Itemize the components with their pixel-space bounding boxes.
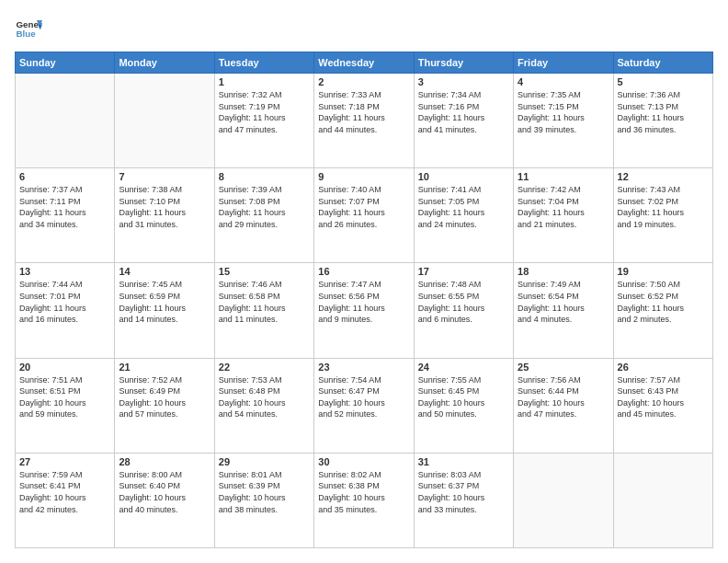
day-number: 15 <box>219 266 310 277</box>
day-number: 5 <box>618 76 709 87</box>
week-row-5: 27Sunrise: 7:59 AM Sunset: 6:41 PM Dayli… <box>16 453 713 547</box>
day-number: 13 <box>19 266 110 277</box>
day-number: 9 <box>318 171 409 182</box>
weekday-header-tuesday: Tuesday <box>214 52 313 74</box>
calendar-cell: 7Sunrise: 7:38 AM Sunset: 7:10 PM Daylig… <box>115 168 214 263</box>
calendar-cell: 27Sunrise: 7:59 AM Sunset: 6:41 PM Dayli… <box>16 453 115 547</box>
calendar-cell: 9Sunrise: 7:40 AM Sunset: 7:07 PM Daylig… <box>314 168 414 263</box>
day-info: Sunrise: 7:48 AM Sunset: 6:55 PM Dayligh… <box>418 279 509 325</box>
calendar-cell: 10Sunrise: 7:41 AM Sunset: 7:05 PM Dayli… <box>414 168 513 263</box>
day-number: 20 <box>19 362 110 373</box>
day-info: Sunrise: 7:52 AM Sunset: 6:49 PM Dayligh… <box>119 374 210 420</box>
calendar-cell: 31Sunrise: 8:03 AM Sunset: 6:37 PM Dayli… <box>414 453 513 547</box>
day-number: 3 <box>418 76 509 87</box>
day-number: 16 <box>318 266 409 277</box>
weekday-header-row: SundayMondayTuesdayWednesdayThursdayFrid… <box>16 52 713 74</box>
day-info: Sunrise: 7:57 AM Sunset: 6:43 PM Dayligh… <box>618 374 709 420</box>
calendar-cell <box>16 74 115 168</box>
calendar-cell: 24Sunrise: 7:55 AM Sunset: 6:45 PM Dayli… <box>414 358 513 453</box>
day-info: Sunrise: 8:00 AM Sunset: 6:40 PM Dayligh… <box>119 469 210 515</box>
day-info: Sunrise: 7:34 AM Sunset: 7:16 PM Dayligh… <box>418 89 509 135</box>
day-number: 2 <box>318 76 409 87</box>
day-info: Sunrise: 7:45 AM Sunset: 6:59 PM Dayligh… <box>119 279 210 325</box>
week-row-4: 20Sunrise: 7:51 AM Sunset: 6:51 PM Dayli… <box>16 358 713 453</box>
day-number: 1 <box>219 76 310 87</box>
day-number: 19 <box>618 266 709 277</box>
calendar-cell: 2Sunrise: 7:33 AM Sunset: 7:18 PM Daylig… <box>314 74 414 168</box>
day-number: 21 <box>119 362 210 373</box>
day-info: Sunrise: 7:44 AM Sunset: 7:01 PM Dayligh… <box>19 279 110 325</box>
logo: General Blue <box>15 15 42 42</box>
calendar-cell: 23Sunrise: 7:54 AM Sunset: 6:47 PM Dayli… <box>314 358 414 453</box>
calendar-cell: 14Sunrise: 7:45 AM Sunset: 6:59 PM Dayli… <box>115 263 214 358</box>
day-info: Sunrise: 7:40 AM Sunset: 7:07 PM Dayligh… <box>318 184 409 230</box>
calendar-cell: 20Sunrise: 7:51 AM Sunset: 6:51 PM Dayli… <box>16 358 115 453</box>
day-info: Sunrise: 7:41 AM Sunset: 7:05 PM Dayligh… <box>418 184 509 230</box>
day-info: Sunrise: 7:32 AM Sunset: 7:19 PM Dayligh… <box>219 89 310 135</box>
day-number: 29 <box>219 456 310 467</box>
week-row-2: 6Sunrise: 7:37 AM Sunset: 7:11 PM Daylig… <box>16 168 713 263</box>
day-info: Sunrise: 7:50 AM Sunset: 6:52 PM Dayligh… <box>618 279 709 325</box>
weekday-header-wednesday: Wednesday <box>314 52 414 74</box>
day-number: 28 <box>119 456 210 467</box>
day-info: Sunrise: 7:37 AM Sunset: 7:11 PM Dayligh… <box>19 184 110 230</box>
weekday-header-sunday: Sunday <box>16 52 115 74</box>
svg-text:Blue: Blue <box>17 29 37 39</box>
day-info: Sunrise: 7:36 AM Sunset: 7:13 PM Dayligh… <box>618 89 709 135</box>
logo-icon: General Blue <box>15 15 42 42</box>
day-info: Sunrise: 7:54 AM Sunset: 6:47 PM Dayligh… <box>318 374 409 420</box>
calendar-cell: 4Sunrise: 7:35 AM Sunset: 7:15 PM Daylig… <box>514 74 613 168</box>
calendar-cell: 19Sunrise: 7:50 AM Sunset: 6:52 PM Dayli… <box>613 263 712 358</box>
calendar-cell: 28Sunrise: 8:00 AM Sunset: 6:40 PM Dayli… <box>115 453 214 547</box>
day-info: Sunrise: 7:33 AM Sunset: 7:18 PM Dayligh… <box>318 89 409 135</box>
day-number: 17 <box>418 266 509 277</box>
calendar-cell: 21Sunrise: 7:52 AM Sunset: 6:49 PM Dayli… <box>115 358 214 453</box>
calendar-cell: 25Sunrise: 7:56 AM Sunset: 6:44 PM Dayli… <box>514 358 613 453</box>
calendar-cell <box>514 453 613 547</box>
day-number: 25 <box>518 362 609 373</box>
calendar-cell: 1Sunrise: 7:32 AM Sunset: 7:19 PM Daylig… <box>214 74 313 168</box>
calendar-cell: 11Sunrise: 7:42 AM Sunset: 7:04 PM Dayli… <box>514 168 613 263</box>
day-info: Sunrise: 8:02 AM Sunset: 6:38 PM Dayligh… <box>318 469 409 515</box>
day-info: Sunrise: 7:38 AM Sunset: 7:10 PM Dayligh… <box>119 184 210 230</box>
day-info: Sunrise: 7:43 AM Sunset: 7:02 PM Dayligh… <box>618 184 709 230</box>
day-info: Sunrise: 7:59 AM Sunset: 6:41 PM Dayligh… <box>19 469 110 515</box>
day-number: 14 <box>119 266 210 277</box>
day-number: 27 <box>19 456 110 467</box>
day-info: Sunrise: 7:35 AM Sunset: 7:15 PM Dayligh… <box>518 89 609 135</box>
calendar-cell: 18Sunrise: 7:49 AM Sunset: 6:54 PM Dayli… <box>514 263 613 358</box>
day-info: Sunrise: 7:53 AM Sunset: 6:48 PM Dayligh… <box>219 374 310 420</box>
day-info: Sunrise: 7:46 AM Sunset: 6:58 PM Dayligh… <box>219 279 310 325</box>
day-number: 12 <box>618 171 709 182</box>
calendar-cell: 5Sunrise: 7:36 AM Sunset: 7:13 PM Daylig… <box>613 74 712 168</box>
calendar-cell: 6Sunrise: 7:37 AM Sunset: 7:11 PM Daylig… <box>16 168 115 263</box>
day-number: 22 <box>219 362 310 373</box>
day-number: 4 <box>518 76 609 87</box>
day-number: 26 <box>618 362 709 373</box>
day-number: 7 <box>119 171 210 182</box>
day-info: Sunrise: 8:01 AM Sunset: 6:39 PM Dayligh… <box>219 469 310 515</box>
day-info: Sunrise: 7:42 AM Sunset: 7:04 PM Dayligh… <box>518 184 609 230</box>
calendar-cell: 17Sunrise: 7:48 AM Sunset: 6:55 PM Dayli… <box>414 263 513 358</box>
calendar-cell: 22Sunrise: 7:53 AM Sunset: 6:48 PM Dayli… <box>214 358 313 453</box>
calendar-cell: 8Sunrise: 7:39 AM Sunset: 7:08 PM Daylig… <box>214 168 313 263</box>
day-info: Sunrise: 7:56 AM Sunset: 6:44 PM Dayligh… <box>518 374 609 420</box>
header: General Blue <box>15 15 713 42</box>
day-number: 6 <box>19 171 110 182</box>
weekday-header-monday: Monday <box>115 52 214 74</box>
day-info: Sunrise: 8:03 AM Sunset: 6:37 PM Dayligh… <box>418 469 509 515</box>
week-row-1: 1Sunrise: 7:32 AM Sunset: 7:19 PM Daylig… <box>16 74 713 168</box>
calendar-cell: 13Sunrise: 7:44 AM Sunset: 7:01 PM Dayli… <box>16 263 115 358</box>
calendar-cell: 26Sunrise: 7:57 AM Sunset: 6:43 PM Dayli… <box>613 358 712 453</box>
calendar-cell: 15Sunrise: 7:46 AM Sunset: 6:58 PM Dayli… <box>214 263 313 358</box>
day-info: Sunrise: 7:39 AM Sunset: 7:08 PM Dayligh… <box>219 184 310 230</box>
day-number: 11 <box>518 171 609 182</box>
calendar-cell <box>115 74 214 168</box>
day-info: Sunrise: 7:47 AM Sunset: 6:56 PM Dayligh… <box>318 279 409 325</box>
weekday-header-thursday: Thursday <box>414 52 513 74</box>
calendar-cell: 30Sunrise: 8:02 AM Sunset: 6:38 PM Dayli… <box>314 453 414 547</box>
day-number: 10 <box>418 171 509 182</box>
calendar-cell <box>613 453 712 547</box>
day-number: 23 <box>318 362 409 373</box>
weekday-header-saturday: Saturday <box>613 52 712 74</box>
